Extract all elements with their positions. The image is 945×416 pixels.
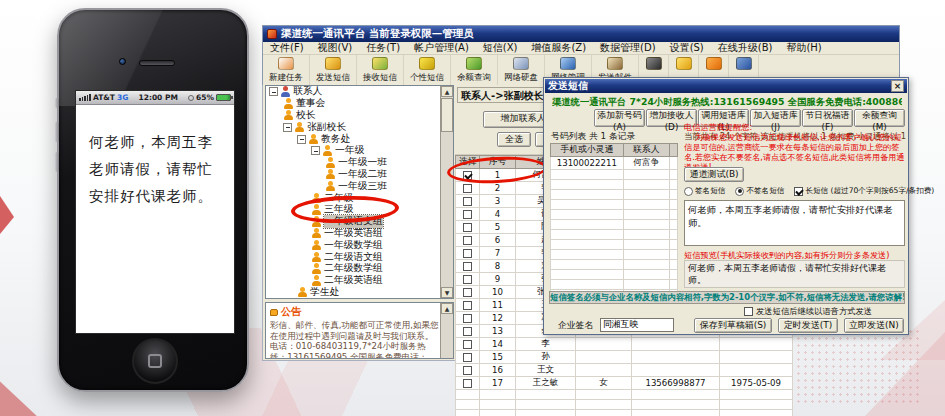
expander-minus-icon[interactable] (269, 87, 278, 96)
toolbar-button[interactable]: 网络硬盘 (498, 55, 545, 85)
phone-cell (632, 351, 720, 364)
expander-minus-icon[interactable] (283, 123, 292, 132)
menu-item[interactable]: 任务(T) (359, 42, 407, 55)
person-icon (283, 98, 293, 109)
row-checkbox[interactable] (463, 236, 472, 245)
gender-cell: 女 (576, 377, 632, 390)
tree-item[interactable]: 董事会 (266, 98, 453, 110)
tree-item[interactable]: 一年级二班 (266, 169, 453, 181)
tree-scrollbar[interactable]: ▲ ▼ (440, 86, 453, 298)
menu-item[interactable]: 帐户管理(A) (407, 42, 476, 55)
expander-minus-icon[interactable] (297, 135, 306, 144)
scroll-down-icon[interactable]: ▼ (441, 287, 453, 298)
menu-item[interactable]: 短信(X) (476, 42, 525, 55)
row-checkbox[interactable] (463, 223, 472, 232)
checkbox-cell (456, 338, 480, 351)
name-cell: 王之敏 (516, 377, 576, 390)
toolbar-button[interactable]: 接收短信 (357, 55, 404, 85)
row-checkbox[interactable] (463, 210, 472, 219)
tree-item[interactable]: 一年级数学组 (266, 239, 453, 251)
send-now-button[interactable]: 立即发送(N) (844, 318, 904, 333)
tree-item[interactable]: 一年级一班 (266, 157, 453, 169)
person-icon (311, 252, 321, 263)
signature-input[interactable] (600, 318, 674, 332)
mute-switch[interactable] (55, 98, 59, 108)
menu-item[interactable]: 设置(S) (663, 42, 711, 55)
menu-item[interactable]: 视图(V) (311, 42, 360, 55)
scroll-up-icon[interactable]: ▲ (441, 303, 453, 314)
no-cell: 9 (480, 273, 516, 286)
toolbar-button[interactable]: 新建任务 (263, 55, 310, 85)
table-row[interactable]: 17王之敏女135669988771975-05-09 (456, 377, 793, 390)
tree-item[interactable]: 联系人 (266, 86, 453, 98)
home-button[interactable] (132, 338, 178, 384)
unsigned-sms-radio[interactable] (735, 187, 744, 196)
row-checkbox[interactable] (463, 262, 472, 271)
home-button-square (148, 354, 162, 368)
row-checkbox[interactable] (463, 197, 472, 206)
menu-item[interactable]: 数据管理(D) (593, 42, 663, 55)
menu-item[interactable]: 文件(F) (263, 42, 311, 55)
timed-send-button[interactable]: 定时发送(T) (778, 318, 838, 333)
row-checkbox[interactable] (463, 353, 472, 362)
tree-item[interactable]: 教务处 (266, 133, 453, 145)
tree-item[interactable]: 二年级语文组 (266, 251, 453, 263)
toolbar-button[interactable]: 余额查询 (451, 55, 498, 85)
phone-screen: AT&T 3G 12:00 PM 65% 何老师，本周五李老师请假，请帮忙安排好… (75, 90, 235, 334)
row-checkbox[interactable] (463, 301, 472, 310)
table-row[interactable]: 15孙 (456, 351, 793, 364)
scroll-up-icon[interactable]: ▲ (441, 86, 453, 97)
tree-item[interactable]: 二年级数学组 (266, 263, 453, 275)
announcement-scrollbar[interactable]: ▲ (440, 303, 453, 358)
voice-follow-checkbox[interactable] (744, 307, 753, 316)
no-cell: 17 (480, 377, 516, 390)
message-textarea[interactable]: 何老师，本周五李老师请假，请帮忙安排好代课老师。 (684, 200, 905, 246)
person-icon (311, 263, 321, 274)
row-checkbox[interactable] (463, 249, 472, 258)
toolbar-button-label: 个性短信 (410, 72, 444, 84)
rotation-lock-icon (188, 95, 194, 101)
tree-item[interactable]: 一年级三班 (266, 180, 453, 192)
channel-test-button[interactable]: 通道测试(B) (684, 167, 744, 182)
select-all-button[interactable]: 全选 (497, 132, 531, 147)
toolbar-button-label: 发送短信 (316, 72, 350, 84)
menu-item[interactable]: 增值服务(Z) (524, 42, 593, 55)
row-checkbox[interactable] (463, 379, 472, 388)
tree-item[interactable]: 二年级英语组 (266, 275, 453, 287)
no-cell: 15 (480, 351, 516, 364)
signature-notice-banner: 短信签名必须与企业名称及短信内容相符,字数为2-10个汉字.如不符,短信将无法发… (549, 291, 905, 304)
table-row[interactable]: 16王文 (456, 364, 793, 377)
toolbar-button[interactable]: 发送短信 (310, 55, 357, 85)
table-row[interactable]: 13100022211何富争 (551, 157, 678, 170)
tree-item[interactable]: 张副校长 (266, 121, 453, 133)
tree-item[interactable]: 一年级 (266, 145, 453, 157)
tree-item[interactable]: 一年级英语组 (266, 228, 453, 240)
menu-item[interactable]: 帮助(H) (779, 42, 828, 55)
menu-item[interactable]: 在线升级(B) (711, 42, 780, 55)
announcement-title: 公告 (281, 305, 301, 319)
table-row[interactable]: 14李 (456, 338, 793, 351)
scroll-thumb[interactable] (441, 98, 453, 132)
row-checkbox[interactable] (463, 288, 472, 297)
birthday-cell (720, 351, 793, 364)
long-sms-checkbox[interactable] (794, 187, 803, 196)
volume-up-button[interactable] (55, 122, 59, 142)
empty-row (551, 190, 678, 200)
tree-item[interactable]: 校长 (266, 110, 453, 122)
toolbar-button[interactable]: 个性短信 (404, 55, 451, 85)
row-checkbox[interactable] (463, 314, 472, 323)
save-draft-button[interactable]: 保存到草稿箱(S) (694, 318, 772, 333)
row-checkbox[interactable] (463, 366, 472, 375)
row-checkbox[interactable] (463, 340, 472, 349)
tree-item[interactable]: 学生处 (266, 287, 453, 299)
toolbar-button-label: 网络硬盘 (504, 72, 538, 84)
announcement-panel: 公告 彩信、邮件、传真,功能都可正常使用,如果您在使用过程中遇到问题请及时与我们… (265, 302, 454, 359)
row-checkbox[interactable] (463, 184, 472, 193)
dialog-top-button[interactable]: 添加新号码(A) (594, 109, 645, 127)
close-icon[interactable]: × (891, 80, 904, 92)
volume-down-button[interactable] (55, 152, 59, 172)
expander-minus-icon[interactable] (311, 146, 320, 155)
signed-sms-radio[interactable] (684, 187, 693, 196)
row-checkbox[interactable] (463, 275, 472, 284)
row-checkbox[interactable] (463, 327, 472, 336)
